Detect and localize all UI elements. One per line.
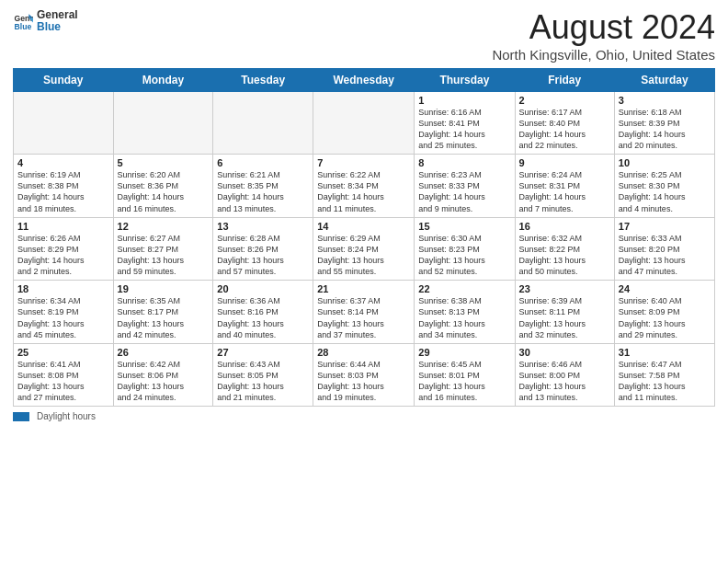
day-info: Sunrise: 6:18 AM Sunset: 8:39 PM Dayligh… (619, 107, 711, 152)
day-info: Sunrise: 6:28 AM Sunset: 8:26 PM Dayligh… (217, 233, 309, 278)
calendar-cell (213, 91, 313, 155)
day-info: Sunrise: 6:43 AM Sunset: 8:05 PM Dayligh… (217, 359, 309, 404)
calendar-cell: 12Sunrise: 6:27 AM Sunset: 8:27 PM Dayli… (113, 217, 213, 281)
calendar-cell: 19Sunrise: 6:35 AM Sunset: 8:17 PM Dayli… (113, 281, 213, 344)
calendar-cell: 14Sunrise: 6:29 AM Sunset: 8:24 PM Dayli… (313, 217, 415, 281)
day-number: 23 (519, 283, 610, 294)
calendar-cell: 30Sunrise: 6:46 AM Sunset: 8:00 PM Dayli… (515, 343, 614, 407)
day-info: Sunrise: 6:34 AM Sunset: 8:19 PM Dayligh… (17, 295, 109, 340)
calendar-cell: 3Sunrise: 6:18 AM Sunset: 8:39 PM Daylig… (614, 91, 714, 155)
day-info: Sunrise: 6:30 AM Sunset: 8:23 PM Dayligh… (418, 233, 510, 278)
col-header-wednesday: Wednesday (313, 68, 415, 91)
day-number: 19 (118, 283, 210, 294)
day-info: Sunrise: 6:47 AM Sunset: 7:58 PM Dayligh… (619, 359, 711, 404)
logo-icon: General Blue (13, 11, 33, 31)
day-number: 30 (519, 347, 610, 358)
day-info: Sunrise: 6:24 AM Sunset: 8:31 PM Dayligh… (519, 169, 610, 214)
logo-line2: Blue (37, 21, 78, 33)
calendar-cell: 28Sunrise: 6:44 AM Sunset: 8:03 PM Dayli… (313, 343, 415, 407)
svg-text:Blue: Blue (15, 22, 32, 31)
day-number: 28 (317, 347, 410, 358)
calendar-footer: Daylight hours (13, 411, 715, 421)
calendar-cell: 4Sunrise: 6:19 AM Sunset: 8:38 PM Daylig… (14, 155, 114, 218)
calendar-cell: 8Sunrise: 6:23 AM Sunset: 8:33 PM Daylig… (415, 155, 515, 218)
calendar-cell: 27Sunrise: 6:43 AM Sunset: 8:05 PM Dayli… (213, 343, 313, 407)
day-info: Sunrise: 6:25 AM Sunset: 8:30 PM Dayligh… (619, 169, 711, 214)
day-number: 11 (17, 221, 109, 232)
day-info: Sunrise: 6:33 AM Sunset: 8:20 PM Dayligh… (619, 233, 711, 278)
day-number: 7 (317, 157, 410, 168)
day-number: 26 (118, 347, 210, 358)
calendar-subtitle: North Kingsville, Ohio, United States (492, 47, 715, 63)
calendar-week-4: 18Sunrise: 6:34 AM Sunset: 8:19 PM Dayli… (14, 281, 715, 344)
day-number: 9 (519, 157, 610, 168)
header: General Blue General Blue August 2024 No… (13, 9, 715, 63)
calendar-header-row: SundayMondayTuesdayWednesdayThursdayFrid… (14, 68, 715, 91)
day-number: 4 (17, 157, 109, 168)
day-number: 17 (619, 221, 711, 232)
day-number: 21 (317, 283, 410, 294)
day-info: Sunrise: 6:39 AM Sunset: 8:11 PM Dayligh… (519, 295, 610, 340)
calendar-cell: 26Sunrise: 6:42 AM Sunset: 8:06 PM Dayli… (113, 343, 213, 407)
calendar-cell: 25Sunrise: 6:41 AM Sunset: 8:08 PM Dayli… (14, 343, 114, 407)
calendar-cell: 20Sunrise: 6:36 AM Sunset: 8:16 PM Dayli… (213, 281, 313, 344)
day-info: Sunrise: 6:35 AM Sunset: 8:17 PM Dayligh… (118, 295, 210, 340)
calendar-cell (113, 91, 213, 155)
day-info: Sunrise: 6:27 AM Sunset: 8:27 PM Dayligh… (118, 233, 210, 278)
day-info: Sunrise: 6:32 AM Sunset: 8:22 PM Dayligh… (519, 233, 610, 278)
calendar-cell: 2Sunrise: 6:17 AM Sunset: 8:40 PM Daylig… (515, 91, 614, 155)
day-number: 8 (418, 157, 510, 168)
day-info: Sunrise: 6:22 AM Sunset: 8:34 PM Dayligh… (317, 169, 410, 214)
col-header-monday: Monday (113, 68, 213, 91)
day-number: 25 (17, 347, 109, 358)
day-info: Sunrise: 6:40 AM Sunset: 8:09 PM Dayligh… (619, 295, 711, 340)
day-number: 1 (418, 95, 510, 106)
calendar-table: SundayMondayTuesdayWednesdayThursdayFrid… (13, 68, 715, 408)
calendar-cell: 23Sunrise: 6:39 AM Sunset: 8:11 PM Dayli… (515, 281, 614, 344)
day-number: 27 (217, 347, 309, 358)
day-info: Sunrise: 6:36 AM Sunset: 8:16 PM Dayligh… (217, 295, 309, 340)
day-info: Sunrise: 6:21 AM Sunset: 8:35 PM Dayligh… (217, 169, 309, 214)
day-info: Sunrise: 6:37 AM Sunset: 8:14 PM Dayligh… (317, 295, 410, 340)
calendar-cell: 6Sunrise: 6:21 AM Sunset: 8:35 PM Daylig… (213, 155, 313, 218)
day-info: Sunrise: 6:20 AM Sunset: 8:36 PM Dayligh… (118, 169, 210, 214)
calendar-week-2: 4Sunrise: 6:19 AM Sunset: 8:38 PM Daylig… (14, 155, 715, 218)
calendar-cell: 1Sunrise: 6:16 AM Sunset: 8:41 PM Daylig… (415, 91, 515, 155)
calendar-cell: 21Sunrise: 6:37 AM Sunset: 8:14 PM Dayli… (313, 281, 415, 344)
day-number: 15 (418, 221, 510, 232)
daylight-label: Daylight hours (37, 411, 96, 421)
day-number: 10 (619, 157, 711, 168)
calendar-week-3: 11Sunrise: 6:26 AM Sunset: 8:29 PM Dayli… (14, 217, 715, 281)
calendar-cell: 24Sunrise: 6:40 AM Sunset: 8:09 PM Dayli… (614, 281, 714, 344)
calendar-cell: 9Sunrise: 6:24 AM Sunset: 8:31 PM Daylig… (515, 155, 614, 218)
day-number: 29 (418, 347, 510, 358)
day-number: 14 (317, 221, 410, 232)
day-number: 5 (118, 157, 210, 168)
col-header-tuesday: Tuesday (213, 68, 313, 91)
day-info: Sunrise: 6:29 AM Sunset: 8:24 PM Dayligh… (317, 233, 410, 278)
day-info: Sunrise: 6:26 AM Sunset: 8:29 PM Dayligh… (17, 233, 109, 278)
day-info: Sunrise: 6:16 AM Sunset: 8:41 PM Dayligh… (418, 107, 510, 152)
page-container: General Blue General Blue August 2024 No… (0, 0, 728, 427)
calendar-title: August 2024 (492, 9, 715, 46)
calendar-week-5: 25Sunrise: 6:41 AM Sunset: 8:08 PM Dayli… (14, 343, 715, 407)
calendar-cell: 5Sunrise: 6:20 AM Sunset: 8:36 PM Daylig… (113, 155, 213, 218)
day-number: 20 (217, 283, 309, 294)
day-number: 31 (619, 347, 711, 358)
calendar-cell: 13Sunrise: 6:28 AM Sunset: 8:26 PM Dayli… (213, 217, 313, 281)
day-number: 2 (519, 95, 610, 106)
day-info: Sunrise: 6:17 AM Sunset: 8:40 PM Dayligh… (519, 107, 610, 152)
day-info: Sunrise: 6:44 AM Sunset: 8:03 PM Dayligh… (317, 359, 410, 404)
day-info: Sunrise: 6:19 AM Sunset: 8:38 PM Dayligh… (17, 169, 109, 214)
title-block: August 2024 North Kingsville, Ohio, Unit… (492, 9, 715, 63)
calendar-cell: 10Sunrise: 6:25 AM Sunset: 8:30 PM Dayli… (614, 155, 714, 218)
day-number: 3 (619, 95, 711, 106)
calendar-cell: 11Sunrise: 6:26 AM Sunset: 8:29 PM Dayli… (14, 217, 114, 281)
calendar-cell (313, 91, 415, 155)
calendar-cell: 31Sunrise: 6:47 AM Sunset: 7:58 PM Dayli… (614, 343, 714, 407)
calendar-cell: 22Sunrise: 6:38 AM Sunset: 8:13 PM Dayli… (415, 281, 515, 344)
calendar-cell: 15Sunrise: 6:30 AM Sunset: 8:23 PM Dayli… (415, 217, 515, 281)
day-info: Sunrise: 6:23 AM Sunset: 8:33 PM Dayligh… (418, 169, 510, 214)
calendar-cell: 29Sunrise: 6:45 AM Sunset: 8:01 PM Dayli… (415, 343, 515, 407)
col-header-saturday: Saturday (614, 68, 714, 91)
